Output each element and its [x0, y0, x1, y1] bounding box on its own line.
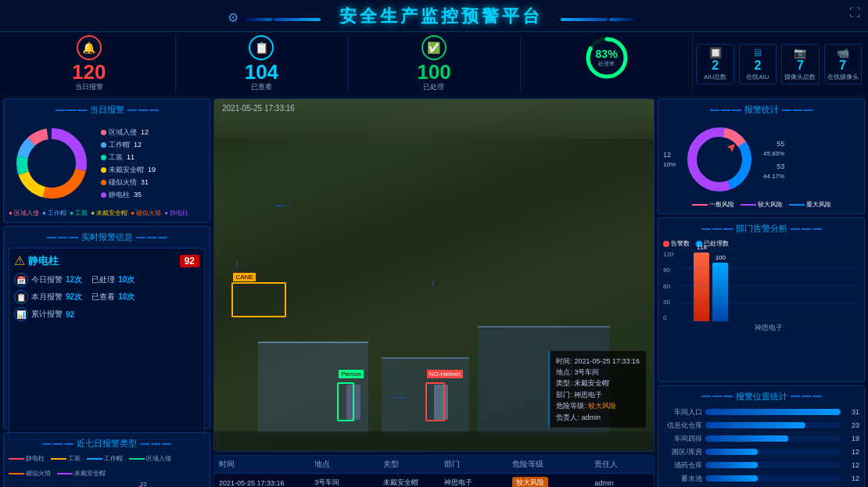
- position-bars: 车间入口 31 信息化仓库 23 车间四排 19 困区/库房 1: [663, 407, 859, 488]
- pos-track-4: [705, 449, 841, 455]
- aiu-total-icon: 🔲: [709, 47, 722, 59]
- right-donut-svg: [680, 120, 759, 199]
- week-chart-title: 近七日报警类型: [9, 438, 205, 449]
- left-panel: 当日报警 区域入侵 12: [3, 98, 210, 487]
- legend-item: 静电柱 35: [101, 190, 156, 200]
- pos-label-4: 困区/库房: [663, 447, 702, 457]
- bar-val-118: 118: [697, 244, 707, 251]
- col-risk: 危险等级: [512, 459, 594, 470]
- dept-name-label: 神思电子: [678, 323, 859, 333]
- position-stats-title: 报警位置统计: [663, 391, 859, 403]
- chart-icon: 📊: [14, 307, 28, 321]
- today-alerts-num: 120: [72, 62, 106, 82]
- online-cam-stat: 📹 7 在线摄像头: [824, 44, 862, 84]
- main-grid: 当日报警 区域入侵 12: [0, 95, 868, 487]
- week-chart-legend: 静电柱 工装 工作帽 区域入侵 碰似火情 未戴安全帽: [9, 454, 205, 478]
- handled-icon: ✅: [421, 35, 447, 60]
- pos-bar-row: 车间四排 19: [663, 434, 859, 444]
- col-person: 责任人: [594, 459, 649, 470]
- alert-info-title: 实时报警信息: [9, 231, 205, 243]
- left-donut-section: 当日报警 区域入侵 12: [3, 98, 210, 223]
- detection-label-person: Person: [339, 370, 363, 378]
- alert-row: 📋 本月报警 92次 已查看 10次: [14, 290, 199, 304]
- alert-info-section: 实时报警信息 ⚠ 静电柱 92 📅 今日报警 12次 已处理: [3, 226, 210, 429]
- left-donut-container: 区域入侵 12 工作帽 12 工装 11 未戴: [9, 120, 205, 206]
- dept-chart-area: 118 100 神思电子: [678, 251, 859, 333]
- pos-bar-row: 困区/库房 12: [663, 447, 859, 457]
- detection-label-cane: CANE: [233, 273, 255, 281]
- online-aiu-num: 2: [755, 59, 762, 73]
- col-type: 关型: [383, 459, 445, 470]
- cameras-stat: 📷 7 摄像头总数: [781, 44, 819, 84]
- handled-label: 已处理: [423, 82, 444, 92]
- cam-type: 类型: 未戴安全帽: [556, 378, 640, 389]
- online-aiu-stat: 🖥 2 在线AIU: [739, 44, 777, 84]
- dept-bar-chart: 120 90 60 30 0: [663, 251, 859, 333]
- pos-val-1: 31: [844, 408, 859, 416]
- left-donut-legend: 区域入侵 12 工作帽 12 工装 11 未戴: [101, 127, 156, 200]
- alert-row: 📊 累计报警 92: [14, 307, 199, 321]
- page-title: 安全生产监控预警平台: [339, 6, 543, 26]
- detection-label-helmet: NO-Helmet: [427, 370, 463, 378]
- expand-icon[interactable]: ⛶: [849, 6, 860, 19]
- online-cam-icon: 📹: [837, 47, 849, 59]
- col-time: 时间: [219, 459, 314, 470]
- calendar-icon: 📅: [14, 273, 28, 287]
- cam-risk: 危险等级: 较大风险: [556, 400, 640, 411]
- col-location: 地点: [314, 459, 382, 470]
- today-alerts-label: 当日报警: [75, 82, 103, 92]
- right-donut-row: 12 10% 55 45.83% 53 44.17%: [663, 120, 859, 199]
- sub-stats: 🔲 2 AIU总数 🖥 2 在线AIU 📷 7 摄像头总数 📹 7 在线摄像头: [696, 35, 862, 92]
- pos-bar-row: 蓄水池 12: [663, 474, 859, 484]
- alert-count-badge: 92: [180, 255, 199, 267]
- alert-box: ⚠ 静电柱 92 📅 今日报警 12次 已处理 10次 📋: [9, 248, 205, 440]
- alert-rows: 📅 今日报警 12次 已处理 10次 📋 本月报警 92次 已查看 10次: [14, 273, 199, 321]
- checked-stat: 📋 104 已查看: [179, 35, 345, 92]
- pos-label-6: 蓄水池: [663, 474, 702, 484]
- right-panel: 报警统计 12 10% 55 45.83%: [658, 98, 865, 487]
- donut-pct-labels: ● 区域入侵 ● 工作帽 ● 工装 ● 未戴安全帽 ● 碰似火情 ● 静电柱: [9, 209, 205, 217]
- right-donut-section: 报警统计 12 10% 55 45.83%: [658, 98, 865, 214]
- camera-icon: 📷: [794, 47, 806, 59]
- svg-text:22: 22: [140, 481, 147, 487]
- aiu-total-stat: 🔲 2 AIU总数: [696, 44, 733, 84]
- pos-track-2: [705, 422, 841, 428]
- pos-track-1: [705, 409, 841, 415]
- right-donut-right-vals: 55 45.83% 53 44.17%: [763, 140, 784, 180]
- pos-track-5: [705, 462, 841, 468]
- pos-val-4: 12: [844, 448, 859, 456]
- table-row[interactable]: 2021-05-25 17:33:16 3号车间 未戴安全帽 神思电子 较大风险…: [214, 474, 654, 487]
- alert-header: ⚠ 静电柱 92: [14, 253, 199, 268]
- dept-analysis-title: 部门告警分析: [663, 223, 859, 235]
- pos-fill-6: [705, 475, 758, 482]
- pos-fill-5: [705, 462, 758, 468]
- pos-fill-1: [705, 409, 841, 415]
- left-donut-svg: [9, 120, 95, 206]
- pos-fill-4: [705, 449, 758, 455]
- camera-view: Person NO-Helmet CANE 2021-05-25 17:33:1…: [213, 98, 655, 452]
- online-aiu-icon: 🖥: [752, 47, 762, 59]
- handled-num: 100: [417, 62, 450, 82]
- progress-stat: 83% 处理率: [524, 35, 690, 92]
- position-stats-section: 报警位置统计 车间入口 31 信息化仓库 23 车间四排 19: [658, 385, 865, 488]
- cam-person: 负责人: admin: [556, 412, 640, 423]
- pos-val-5: 12: [844, 461, 859, 469]
- dept-chart-legend: 告警数 已处理数: [663, 239, 859, 248]
- online-aiu-label: 在线AIU: [746, 73, 769, 81]
- alert-icon: 🔔: [77, 35, 102, 60]
- legend-item: 碰似火情 31: [101, 177, 156, 188]
- gear-icon[interactable]: ⚙: [228, 11, 239, 24]
- alert-device-icon: ⚠: [14, 253, 25, 268]
- pos-val-6: 12: [844, 474, 859, 482]
- pos-bar-row: 信息化仓库 23: [663, 421, 859, 431]
- progress-pct: 83%: [596, 48, 618, 60]
- cameras-label: 摄像头总数: [784, 73, 816, 81]
- aiu-total-label: AIU总数: [704, 73, 726, 81]
- detection-box-cane: CANE: [231, 282, 286, 317]
- col-dept: 部门: [444, 459, 512, 470]
- aiu-total-num: 2: [712, 59, 719, 73]
- checked-label: 已查看: [251, 82, 272, 92]
- pos-fill-2: [705, 422, 805, 428]
- camera-timestamp: 2021-05-25 17:33:16: [222, 104, 295, 113]
- pos-fill-3: [705, 435, 788, 442]
